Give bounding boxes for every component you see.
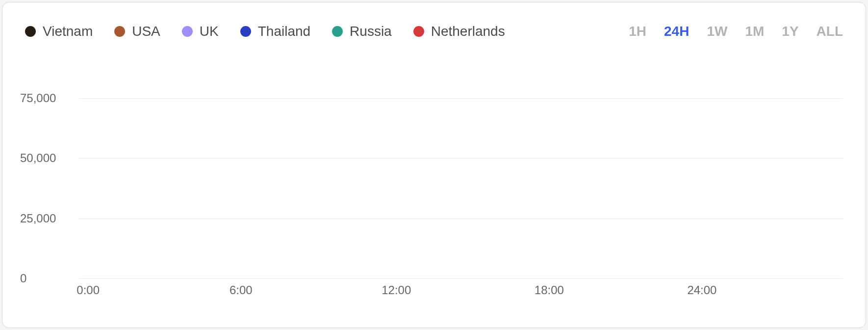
time-range-selector: 1H24H1W1M1YALL [629, 24, 843, 39]
range-1h[interactable]: 1H [629, 24, 646, 39]
x-tick-label: 0:00 [77, 283, 100, 297]
legend-swatch [114, 26, 125, 37]
chart-header: VietnamUSAUKThailandRussiaNetherlands 1H… [20, 14, 848, 49]
legend-swatch [182, 26, 193, 37]
grid-line [79, 158, 843, 159]
plot-region: 025,00050,00075,000 [79, 86, 843, 278]
legend-item-usa[interactable]: USA [114, 24, 160, 39]
legend-item-thailand[interactable]: Thailand [240, 24, 310, 39]
legend-item-vietnam[interactable]: Vietnam [25, 24, 93, 39]
x-tick-label: 18:00 [535, 283, 564, 297]
legend-label: USA [132, 24, 160, 39]
legend-swatch [240, 26, 251, 37]
bar-container [79, 86, 843, 278]
range-all[interactable]: ALL [817, 24, 843, 39]
legend-label: UK [200, 24, 219, 39]
grid-line [79, 219, 843, 219]
legend-item-netherlands[interactable]: Netherlands [413, 24, 505, 39]
range-1w[interactable]: 1W [707, 24, 727, 39]
legend-swatch [25, 26, 36, 37]
legend-swatch [413, 26, 424, 37]
y-tick-label: 75,000 [20, 91, 74, 105]
y-tick-label: 50,000 [20, 151, 74, 165]
range-1m[interactable]: 1M [745, 24, 764, 39]
x-tick-label: 24:00 [687, 283, 716, 297]
x-axis: 0:006:0012:0018:0024:00 [79, 283, 843, 303]
grid-line [79, 278, 843, 279]
legend: VietnamUSAUKThailandRussiaNetherlands [25, 24, 505, 39]
legend-swatch [332, 26, 343, 37]
y-tick-label: 25,000 [20, 212, 74, 225]
grid-line [79, 98, 843, 99]
range-24h[interactable]: 24H [664, 24, 689, 39]
y-tick-label: 0 [20, 272, 74, 285]
legend-label: Thailand [258, 24, 310, 39]
range-1y[interactable]: 1Y [782, 24, 798, 39]
x-tick-label: 12:00 [382, 283, 411, 297]
legend-label: Russia [350, 24, 392, 39]
legend-item-uk[interactable]: UK [182, 24, 219, 39]
legend-label: Netherlands [431, 24, 505, 39]
legend-item-russia[interactable]: Russia [332, 24, 392, 39]
legend-label: Vietnam [43, 24, 93, 39]
x-tick-label: 6:00 [230, 283, 253, 297]
chart-card: VietnamUSAUKThailandRussiaNetherlands 1H… [2, 2, 866, 328]
chart-area: 025,00050,00075,000 0:006:0012:0018:0024… [20, 66, 848, 313]
